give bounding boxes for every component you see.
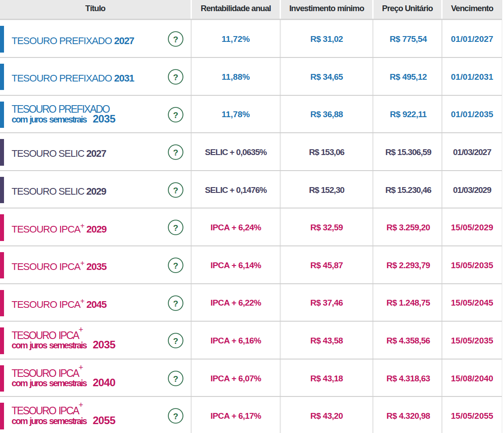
svg-text:?: ? <box>173 110 179 119</box>
svg-text:?: ? <box>173 261 179 270</box>
svg-text:?: ? <box>173 185 179 195</box>
svg-text:?: ? <box>173 336 179 346</box>
svg-text:?: ? <box>173 148 179 157</box>
svg-text:?: ? <box>173 412 179 421</box>
svg-text:?: ? <box>173 298 179 308</box>
svg-text:?: ? <box>173 374 179 383</box>
svg-text:?: ? <box>173 73 179 82</box>
svg-text:?: ? <box>173 223 179 233</box>
svg-text:?: ? <box>173 35 179 44</box>
